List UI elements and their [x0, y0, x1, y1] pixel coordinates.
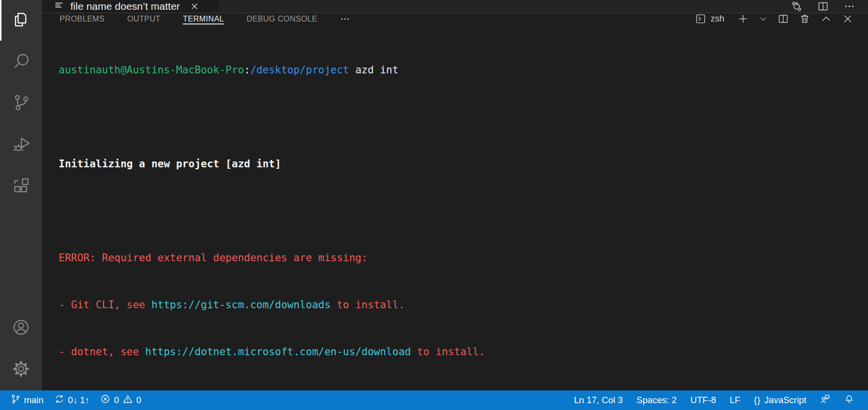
sidebar-item-search[interactable] [0, 41, 42, 82]
prompt-path: /desktop/project [250, 64, 349, 76]
editor-tab-bar: file name doesn’t matter [42, 0, 868, 13]
notifications-indicator[interactable] [837, 390, 861, 410]
terminal-git-dependency-line: - Git CLI, see https://git-scm.com/downl… [59, 297, 868, 313]
dotnet-line-prefix: - dotnet, see [59, 346, 145, 358]
gear-icon [12, 360, 30, 380]
sidebar-item-run-debug[interactable] [0, 124, 42, 165]
panel-more-tabs-icon[interactable] [340, 14, 350, 24]
dotnet-download-link[interactable]: https://dotnet.microsoft.com/en-us/downl… [145, 346, 411, 358]
tab-terminal[interactable]: TERMINAL [183, 13, 224, 24]
tab-debug-console[interactable]: DEBUG CONSOLE [246, 13, 317, 24]
more-actions-icon[interactable] [844, 0, 855, 12]
git-downloads-link[interactable]: https://git-scm.com/downloads [152, 299, 331, 311]
run-debug-icon [12, 135, 30, 155]
terminal-dotnet-dependency-line: - dotnet, see https://dotnet.microsoft.c… [59, 344, 868, 360]
file-list-icon [54, 0, 65, 13]
encoding-text: UTF-8 [691, 395, 716, 406]
prompt-user-host: austinauth@Austins-MacBook-Pro [59, 64, 244, 76]
launch-profile-chevron-icon[interactable] [759, 15, 767, 23]
warning-triangle-icon [123, 394, 133, 407]
terminal-error-heading: ERROR: Required external dependencies ar… [59, 250, 868, 266]
sidebar-item-explorer[interactable] [0, 0, 42, 41]
sync-icon [54, 394, 65, 407]
activity-bar [0, 0, 42, 390]
close-panel-icon[interactable] [842, 13, 853, 24]
vscode-window: file name doesn’t matter PROBLEM [0, 0, 868, 410]
editor-actions [791, 0, 868, 13]
sidebar-item-extensions[interactable] [0, 165, 42, 207]
open-changes-icon[interactable] [791, 0, 803, 12]
split-terminal-icon[interactable] [778, 13, 789, 24]
prompt-command: azd int [349, 64, 398, 76]
sidebar-item-settings[interactable] [0, 349, 42, 390]
indentation-indicator[interactable]: Spaces: 2 [629, 390, 683, 410]
language-text: JavaScript [764, 395, 806, 406]
prompt-colon: : [244, 64, 250, 76]
panel-tabs: PROBLEMS OUTPUT TERMINAL DEBUG CONSOLE [60, 13, 350, 24]
tab-title: file name doesn’t matter [70, 0, 180, 12]
extensions-icon [12, 177, 30, 196]
main-area: file name doesn’t matter PROBLEM [42, 0, 868, 390]
new-terminal-icon[interactable] [738, 13, 749, 24]
shell-label: zsh [711, 14, 724, 24]
braces-icon: {} [754, 395, 761, 406]
terminal-actions: zsh [695, 13, 853, 24]
terminal-init-line: Initializing a new project [azd int] [59, 156, 868, 172]
feedback-indicator[interactable] [813, 390, 837, 410]
git-line-prefix: - Git CLI, see [59, 299, 152, 311]
split-editor-icon[interactable] [817, 0, 829, 12]
error-circle-icon [100, 394, 110, 407]
tab-output[interactable]: OUTPUT [127, 13, 160, 24]
terminal-output[interactable]: austinauth@Austins-MacBook-Pro:/desktop/… [42, 24, 868, 410]
search-icon [12, 52, 30, 71]
panel-header: PROBLEMS OUTPUT TERMINAL DEBUG CONSOLE z… [42, 13, 868, 24]
eol-indicator[interactable]: LF [723, 390, 747, 410]
sync-status-text: 0↓ 1↑ [68, 395, 89, 406]
source-control-icon [12, 93, 30, 113]
eol-text: LF [730, 395, 740, 406]
error-count: 0 [114, 395, 119, 406]
cursor-position-text: Ln 17, Col 3 [574, 395, 623, 406]
branch-indicator[interactable]: main [5, 390, 49, 410]
tab-close-icon[interactable] [190, 1, 199, 11]
kill-terminal-trash-icon[interactable] [799, 13, 810, 24]
cursor-position[interactable]: Ln 17, Col 3 [567, 390, 630, 410]
maximize-panel-chevron-icon[interactable] [821, 13, 832, 24]
sync-changes-indicator[interactable]: 0↓ 1↑ [49, 390, 95, 410]
encoding-indicator[interactable]: UTF-8 [684, 390, 723, 410]
branch-icon [10, 394, 21, 407]
branch-name: main [24, 395, 43, 406]
indentation-text: Spaces: 2 [636, 395, 676, 406]
files-icon [12, 11, 30, 30]
sidebar-item-accounts[interactable] [0, 307, 42, 349]
status-bar-right: Ln 17, Col 3 Spaces: 2 UTF-8 LF {} JavaS… [567, 390, 861, 410]
terminal-blank-line [59, 109, 868, 125]
account-icon [12, 319, 30, 338]
terminal-blank-line [59, 203, 868, 219]
warning-count: 0 [136, 395, 141, 406]
dotnet-line-suffix: to install. [411, 346, 485, 358]
bell-icon [844, 394, 854, 407]
terminal-prompt-line: austinauth@Austins-MacBook-Pro:/desktop/… [59, 62, 868, 78]
git-line-suffix: to install. [330, 299, 405, 311]
language-mode-indicator[interactable]: {} JavaScript [747, 390, 813, 410]
status-bar-left: main 0↓ 1↑ 0 0 [5, 390, 147, 410]
feedback-icon [820, 394, 830, 407]
status-bar: main 0↓ 1↑ 0 0 Ln 17, Col 3 [0, 390, 868, 410]
terminal-icon [695, 13, 706, 24]
terminal-shell-selector[interactable]: zsh [695, 13, 724, 24]
sidebar-item-source-control[interactable] [0, 82, 42, 124]
activity-bar-spacer [0, 207, 42, 307]
problems-indicator[interactable]: 0 0 [95, 390, 147, 410]
tab-problems[interactable]: PROBLEMS [60, 13, 105, 24]
editor-tab[interactable]: file name doesn’t matter [42, 0, 218, 13]
